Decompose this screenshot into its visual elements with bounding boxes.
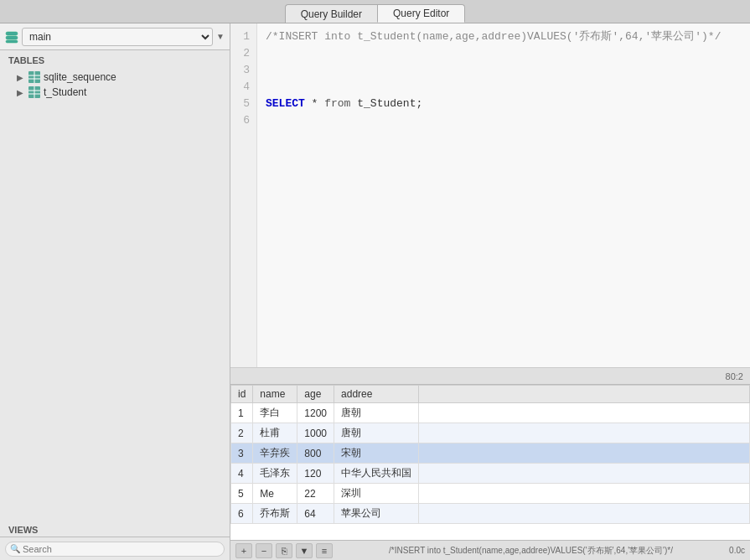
filter-button[interactable]: ▼ (296, 543, 313, 558)
cell-age: 120 (297, 464, 334, 484)
cell-extra (419, 504, 750, 524)
cell-name: 李白 (253, 403, 297, 423)
code-line-3 (266, 62, 742, 79)
table-row[interactable]: 5Me22深圳 (231, 484, 750, 504)
svg-rect-2 (6, 40, 18, 43)
editor-area: 1 2 3 4 5 6 /*INSERT into t_Student(name… (230, 23, 750, 560)
status-bar: 80:2 (230, 367, 750, 384)
add-row-button[interactable]: + (235, 543, 252, 558)
cell-name: 乔布斯 (253, 504, 297, 524)
svg-rect-1 (6, 36, 18, 39)
tab-query-builder[interactable]: Query Builder (285, 4, 377, 23)
cell-addree: 宋朝 (334, 443, 419, 464)
table-row[interactable]: 4毛泽东120中华人民共和国 (231, 464, 750, 484)
cell-name: 辛弃疾 (253, 443, 297, 464)
cell-addree: 深圳 (334, 484, 419, 504)
col-id: id (231, 386, 253, 403)
cell-extra (419, 443, 750, 464)
cell-addree: 唐朝 (334, 403, 419, 423)
line-numbers: 1 2 3 4 5 6 (230, 23, 257, 367)
main-area: main ▼ TABLES ▶ sqlite_sequence ▶ (0, 23, 750, 560)
duplicate-row-button[interactable]: ⎘ (276, 543, 292, 558)
sort-button[interactable]: ≡ (316, 543, 333, 558)
tab-query-editor[interactable]: Query Editor (377, 4, 465, 23)
cell-addree: 苹果公司 (334, 504, 419, 524)
bottom-status-text: /*INSERT into t_Student(name,age,addree)… (336, 545, 726, 557)
chevron-down-icon: ▼ (216, 32, 225, 41)
db-selector[interactable]: main ▼ (0, 23, 230, 50)
cell-id: 5 (231, 484, 253, 504)
table-row[interactable]: 6乔布斯64苹果公司 (231, 504, 750, 524)
code-line-5: SELECT * from t_Student; (266, 96, 742, 112)
code-line-4 (266, 79, 742, 96)
search-input[interactable] (5, 542, 225, 557)
delete-row-button[interactable]: − (256, 543, 272, 558)
search-wrap: 🔍 (5, 542, 225, 557)
cell-age: 800 (297, 443, 334, 464)
cell-name: 杜甫 (253, 423, 297, 443)
cell-id: 2 (231, 423, 253, 443)
table-row[interactable]: 1李白1200唐朝 (231, 403, 750, 423)
sqlite-sequence-label: sqlite_sequence (44, 71, 116, 83)
table-icon-2 (28, 86, 40, 98)
cell-name: 毛泽东 (253, 464, 297, 484)
col-name: name (253, 386, 297, 403)
code-content[interactable]: /*INSERT into t_Student(name,age,addree)… (257, 23, 750, 367)
cell-extra (419, 423, 750, 443)
col-addree: addree (334, 386, 419, 403)
code-line-6 (266, 112, 742, 129)
tab-bar: Query Builder Query Editor (0, 0, 750, 23)
cell-addree: 中华人民共和国 (334, 464, 419, 484)
expand-arrow: ▶ (17, 73, 25, 81)
row-count: 0.0c (729, 546, 745, 555)
cell-name: Me (253, 484, 297, 504)
cell-age: 1000 (297, 423, 334, 443)
cell-id: 1 (231, 403, 253, 423)
search-bar: 🔍 (0, 537, 230, 560)
cell-id: 4 (231, 464, 253, 484)
cell-id: 3 (231, 443, 253, 464)
code-line-2 (266, 45, 742, 62)
table-header-row: id name age addree (231, 386, 750, 403)
cell-extra (419, 464, 750, 484)
sidebar-item-sqlite-sequence[interactable]: ▶ sqlite_sequence (0, 70, 230, 85)
results-table: id name age addree 1李白1200唐朝2杜甫1000唐朝3辛弃… (230, 385, 750, 524)
cell-addree: 唐朝 (334, 423, 419, 443)
cell-age: 22 (297, 484, 334, 504)
results-area: id name age addree 1李白1200唐朝2杜甫1000唐朝3辛弃… (230, 384, 750, 560)
expand-arrow-2: ▶ (17, 88, 25, 96)
table-row[interactable]: 3辛弃疾800宋朝 (231, 443, 750, 464)
results-table-wrap[interactable]: id name age addree 1李白1200唐朝2杜甫1000唐朝3辛弃… (230, 385, 750, 540)
sidebar-item-t-student[interactable]: ▶ t_Student (0, 85, 230, 100)
db-icon (5, 30, 18, 44)
sidebar: main ▼ TABLES ▶ sqlite_sequence ▶ (0, 23, 230, 560)
cell-age: 64 (297, 504, 334, 524)
views-label: VIEWS (0, 521, 230, 537)
table-icon (28, 71, 40, 83)
sidebar-tree: ▶ sqlite_sequence ▶ (0, 68, 230, 521)
cell-age: 1200 (297, 403, 334, 423)
col-age: age (297, 386, 334, 403)
code-line-1: /*INSERT into t_Student(name,age,addree)… (266, 29, 742, 45)
table-row[interactable]: 2杜甫1000唐朝 (231, 423, 750, 443)
tables-label: TABLES (0, 50, 230, 68)
cell-extra (419, 403, 750, 423)
t-student-label: t_Student (44, 86, 86, 98)
search-icon: 🔍 (10, 544, 20, 553)
col-extra (419, 386, 750, 403)
code-editor[interactable]: 1 2 3 4 5 6 /*INSERT into t_Student(name… (230, 23, 750, 367)
db-select[interactable]: main (22, 28, 213, 46)
svg-rect-0 (6, 32, 18, 35)
bottom-toolbar: + − ⎘ ▼ ≡ /*INSERT into t_Student(name,a… (230, 540, 750, 560)
cell-id: 6 (231, 504, 253, 524)
cursor-position: 80:2 (726, 371, 743, 381)
cell-extra (419, 484, 750, 504)
